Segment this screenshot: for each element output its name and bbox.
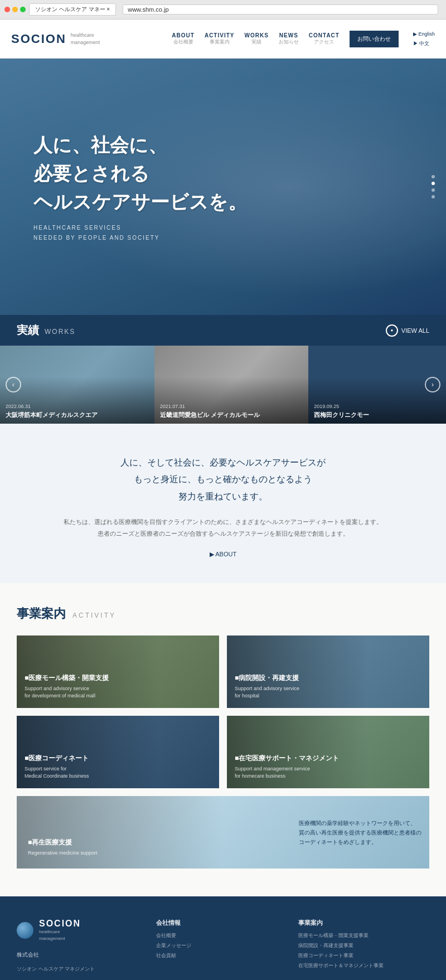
- hero-dot-3[interactable]: [432, 188, 435, 192]
- contact-button[interactable]: お問い合わせ: [350, 31, 399, 47]
- nav-item-news[interactable]: NEWS お知らせ: [279, 32, 299, 46]
- footer-nav-company: 会社情報 会社概要 企業メッセージ 社会貢献: [156, 919, 287, 977]
- activity-card-1-sub: Support and advisory service for develop…: [25, 685, 109, 700]
- lang-chinese[interactable]: 中文: [413, 39, 435, 48]
- activity-card-3-text: ■医療コーディネート Support service for Medical C…: [25, 754, 89, 780]
- activity-card-2[interactable]: ■病院開設・再建支援 Support and advisory service …: [227, 635, 429, 708]
- traffic-lights: [4, 7, 26, 12]
- logo[interactable]: SOCION healthcare management: [11, 32, 100, 46]
- works-slide-2-name: 近畿道問愛急ビル メディカルモール: [160, 411, 260, 419]
- works-slide-3-info: 2019.09.25 西梅田クリニクモー: [314, 404, 369, 419]
- activity-card-2-sub: Support and advisory service for hospita…: [235, 685, 299, 700]
- footer-nav-activity-item-4[interactable]: 在宅医療サポート＆マネジメント事業: [298, 960, 429, 971]
- minimize-button[interactable]: [12, 7, 18, 12]
- hero-text: 人に、社会に、 必要とされる ヘルスケアサービスを。 HEALTHCARE SE…: [0, 131, 280, 243]
- about-link[interactable]: ABOUT: [17, 551, 429, 558]
- about-section: 人に、そして社会に、必要なヘルスケアサービスが もっと身近に、もっと確かなものと…: [0, 424, 446, 583]
- hero-section: 人に、社会に、 必要とされる ヘルスケアサービスを。 HEALTHCARE SE…: [0, 59, 446, 315]
- activity-card-3-title: ■医療コーディネート: [25, 754, 89, 763]
- hero-sub-text: HEALTHCARE SERVICES NEEDED BY PEOPLE AND…: [33, 223, 247, 243]
- works-slide-1-date: 2022.06.31: [6, 404, 98, 409]
- hero-dot-1[interactable]: [432, 175, 435, 178]
- browser-chrome: ソシオン ヘルスケア マネー × www.shm.co.jp: [0, 0, 446, 20]
- activity-title-jp: 事業案内: [17, 605, 66, 622]
- logo-sub: healthcare management: [71, 32, 100, 46]
- activity-card-2-text: ■病院開設・再建支援 Support and advisory service …: [235, 673, 299, 700]
- works-slide-2-info: 2021.07.31 近畿道問愛急ビル メディカルモール: [160, 404, 260, 419]
- footer-company-name: 株式会社: [17, 950, 139, 960]
- activity-card-4[interactable]: ■在宅医療サポート・マネジメント Support and management …: [227, 716, 429, 788]
- works-slide-1-info: 2022.06.31 大阪堺筋本町メディカルスクエア: [6, 404, 98, 419]
- footer-logo-sub: healthcare management: [39, 929, 81, 942]
- footer-nav-company-item-1[interactable]: 会社概要: [156, 930, 287, 940]
- nav-item-contact[interactable]: CONTACT アクセス: [309, 32, 340, 46]
- works-slide-2[interactable]: 2021.07.31 近畿道問愛急ビル メディカルモール: [154, 346, 309, 424]
- works-slide-3-name: 西梅田クリニクモー: [314, 411, 369, 419]
- activity-section: 事業案内 ACTIVITY ■医療モール構築・開業支援 Support and …: [0, 583, 446, 896]
- view-all-button[interactable]: ● VIEW ALL: [386, 324, 429, 337]
- activity-title: 事業案内 ACTIVITY: [17, 605, 429, 622]
- view-all-icon: ●: [386, 324, 398, 337]
- works-header: 実績 WORKS ● VIEW ALL: [0, 315, 446, 346]
- footer-top: SOCION healthcare management 株式会社 ソシオン ヘ…: [17, 919, 429, 980]
- activity-card-2-title: ■病院開設・再建支援: [235, 673, 299, 683]
- footer-logo-name: SOCION: [39, 919, 81, 929]
- nav-item-works[interactable]: WORKS 実績: [244, 32, 268, 46]
- works-title-jp: 実績: [17, 323, 39, 338]
- hero-dot-2[interactable]: [432, 182, 435, 185]
- nav-item-activity[interactable]: ACTIVITY 事業案内: [205, 32, 235, 46]
- site-footer: SOCION healthcare management 株式会社 ソシオン ヘ…: [0, 896, 446, 980]
- nav-item-about[interactable]: ABOUT 会社概要: [172, 32, 195, 46]
- site-header: SOCION healthcare management ABOUT 会社概要 …: [0, 20, 446, 59]
- footer-logo: SOCION healthcare management: [17, 919, 139, 942]
- footer-nav-activity-items: 医療モール構築・開業支援事業 病院開設・再建支援事業 医療コーディネート事業 在…: [298, 930, 429, 971]
- works-title-en: WORKS: [45, 328, 75, 336]
- logo-name: SOCION: [11, 32, 66, 46]
- browser-tab[interactable]: ソシオン ヘルスケア マネー ×: [29, 3, 116, 16]
- activity-card-1[interactable]: ■医療モール構築・開業支援 Support and advisory servi…: [17, 635, 219, 708]
- footer-nav-activity-title: 事業案内: [298, 919, 429, 927]
- activity-card-3[interactable]: ■医療コーディネート Support service for Medical C…: [17, 716, 219, 788]
- hero-dots: [432, 175, 435, 198]
- footer-nav-company-title: 会社情報: [156, 919, 287, 927]
- activity-card-4-text: ■在宅医療サポート・マネジメント Support and management …: [235, 754, 339, 780]
- footer-nav-company-item-3[interactable]: 社会貢献: [156, 950, 287, 960]
- activity-card-5-text: ■再生医療支援 Regenerative medicine support: [28, 838, 98, 857]
- footer-logo-ball: [17, 922, 33, 939]
- works-slide-1[interactable]: 2022.06.31 大阪堺筋本町メディカルスクエア: [0, 346, 154, 424]
- works-slide-2-date: 2021.07.31: [160, 404, 260, 409]
- slider-next-button[interactable]: ›: [425, 377, 440, 392]
- footer-logo-text-area: SOCION healthcare management: [39, 919, 81, 942]
- footer-nav-activity: 事業案内 医療モール構築・開業支援事業 病院開設・再建支援事業 医療コーディネー…: [298, 919, 429, 977]
- about-main-text: 人に、そして社会に、必要なヘルスケアサービスが もっと身近に、もっと確かなものと…: [17, 454, 429, 505]
- activity-card-3-sub: Support service for Medical Coordinate b…: [25, 765, 89, 780]
- activity-card-5-title: ■再生医療支援: [28, 838, 98, 847]
- hero-dot-4[interactable]: [432, 195, 435, 198]
- activity-card-4-title: ■在宅医療サポート・マネジメント: [235, 754, 339, 763]
- close-button[interactable]: [4, 7, 10, 12]
- activity-card-5[interactable]: ■再生医療支援 Regenerative medicine support 医療…: [17, 796, 429, 869]
- works-title: 実績 WORKS: [17, 323, 75, 338]
- view-all-label: VIEW ALL: [401, 327, 429, 334]
- activity-card-1-title: ■医療モール構築・開業支援: [25, 673, 109, 683]
- slider-prev-button[interactable]: ‹: [6, 377, 21, 392]
- maximize-button[interactable]: [20, 7, 26, 12]
- works-slide-1-name: 大阪堺筋本町メディカルスクエア: [6, 411, 98, 419]
- main-nav: ABOUT 会社概要 ACTIVITY 事業案内 WORKS 実績 NEWS お…: [172, 30, 435, 47]
- footer-nav-activity-item-1[interactable]: 医療モール構築・開業支援事業: [298, 930, 429, 940]
- footer-nav-activity-item-3[interactable]: 医療コーディネート事業: [298, 950, 429, 960]
- activity-grid: ■医療モール構築・開業支援 Support and advisory servi…: [17, 635, 429, 869]
- footer-nav-company-items: 会社概要 企業メッセージ 社会貢献: [156, 930, 287, 960]
- address-bar[interactable]: www.shm.co.jp: [123, 4, 438, 14]
- works-slider: ‹ 2022.06.31 大阪堺筋本町メディカルスクエア 2021.07.31 …: [0, 346, 446, 424]
- footer-company-info: 株式会社 ソシオン ヘルスケア マネジメント 【東京本社】 〒101-0051 …: [17, 950, 139, 980]
- lang-english[interactable]: English: [413, 30, 435, 38]
- activity-title-en: ACTIVITY: [72, 612, 116, 619]
- footer-nav-activity-item-2[interactable]: 病院開設・再建支援事業: [298, 940, 429, 950]
- activity-card-4-sub: Support and management service for homec…: [235, 765, 339, 780]
- activity-card-1-text: ■医療モール構築・開業支援 Support and advisory servi…: [25, 673, 109, 700]
- language-selector: English 中文: [413, 30, 435, 47]
- works-slide-3-date: 2019.09.25: [314, 404, 369, 409]
- activity-card-5-sub: Regenerative medicine support: [28, 850, 98, 857]
- footer-nav-company-item-2[interactable]: 企業メッセージ: [156, 940, 287, 950]
